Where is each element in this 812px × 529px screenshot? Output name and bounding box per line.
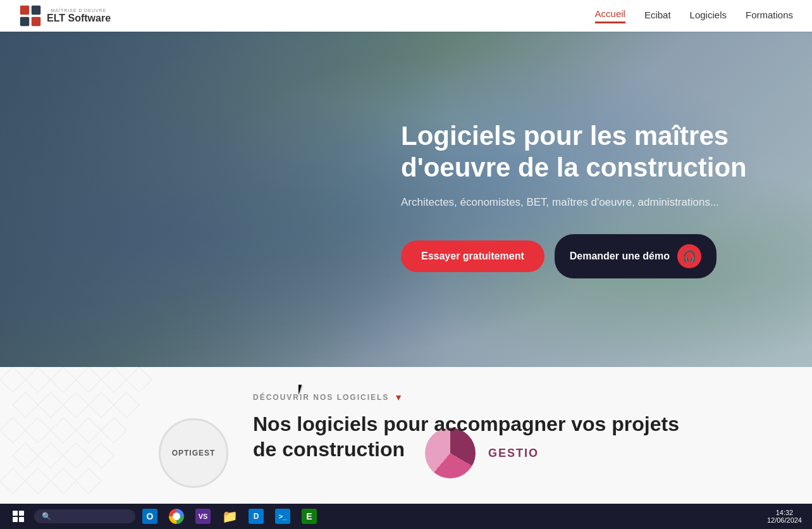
logo-text: MAÎTRISE D'OEUVRE ELT Software [47, 8, 111, 24]
taskbar-app-extra[interactable]: E [297, 505, 321, 528]
folder-icon: 📁 [222, 509, 238, 524]
outlook-icon: O [142, 509, 157, 524]
hero-buttons: Essayer gratuitement Demander une démo 🎧 [401, 234, 774, 278]
taskbar-app-devtools[interactable]: D [244, 505, 268, 528]
section-content: DÉCOUVRIR NOS LOGICIELS ▼ Nos logiciels … [0, 367, 812, 475]
section-label-area: DÉCOUVRIR NOS LOGICIELS ▼ [253, 392, 787, 402]
taskbar-search[interactable]: 🔍 [34, 509, 135, 523]
hero-background: Logiciels pour les maîtres d'oeuvre de l… [0, 32, 812, 367]
start-button[interactable] [5, 505, 32, 528]
taskbar-time: 14:32 12/06/2024 [767, 509, 802, 524]
nav-accueil[interactable]: Accueil [595, 8, 625, 23]
logo-area: MAÎTRISE D'OEUVRE ELT Software [19, 4, 111, 27]
taskbar-app-vs[interactable]: VS [191, 505, 215, 528]
chrome-icon [169, 509, 184, 524]
taskbar-app-outlook[interactable]: O [138, 505, 162, 528]
svg-rect-1 [32, 6, 40, 15]
nav-formations[interactable]: Formations [746, 9, 793, 23]
vscode-icon: >_ [275, 509, 290, 524]
visual-studio-icon: VS [195, 509, 211, 524]
hero-title: Logiciels pour les maîtres d'oeuvre de l… [401, 120, 774, 184]
hero-section: Logiciels pour les maîtres d'oeuvre de l… [0, 32, 812, 367]
headset-icon: 🎧 [677, 244, 701, 268]
hero-content: Logiciels pour les maîtres d'oeuvre de l… [401, 120, 812, 279]
logo-icon [19, 4, 42, 27]
label-arrow-icon: ▼ [394, 392, 403, 402]
nav-logiciels[interactable]: Logiciels [690, 9, 727, 23]
demo-button[interactable]: Demander une démo 🎧 [555, 234, 717, 278]
section-label-text: DÉCOUVRIR NOS LOGICIELS [253, 393, 389, 402]
devtools-icon: D [249, 509, 264, 524]
hero-subtitle: Architectes, économistes, BET, maîtres d… [401, 196, 774, 209]
logo-subtitle: MAÎTRISE D'OEUVRE [51, 8, 107, 13]
demo-button-label: Demander une démo [570, 251, 670, 262]
logo-brand: ELT Software [47, 13, 111, 24]
clock-time: 14:32 [767, 509, 802, 516]
nav-ecibat[interactable]: Ecibat [644, 9, 671, 23]
search-icon: 🔍 [42, 512, 51, 521]
taskbar-right: 14:32 12/06/2024 [767, 509, 807, 524]
svg-rect-0 [20, 6, 29, 15]
clock-date: 12/06/2024 [767, 516, 802, 524]
taskbar-app-vscode[interactable]: >_ [271, 505, 295, 528]
taskbar-app-folder[interactable]: 📁 [218, 505, 242, 528]
header: MAÎTRISE D'OEUVRE ELT Software Accueil E… [0, 0, 812, 32]
hero-overlay [0, 32, 446, 367]
taskbar: 🔍 O VS 📁 D >_ E 14:32 12/06/2024 [0, 504, 812, 529]
svg-rect-3 [32, 17, 40, 26]
try-free-button[interactable]: Essayer gratuitement [401, 240, 544, 272]
svg-rect-2 [20, 17, 29, 26]
windows-icon [13, 511, 24, 522]
section-title: Nos logiciels pour accompagner vos proje… [253, 411, 696, 462]
extra-app-icon: E [302, 509, 317, 524]
taskbar-app-chrome[interactable] [164, 505, 188, 528]
main-nav: Accueil Ecibat Logiciels Formations [595, 8, 793, 23]
